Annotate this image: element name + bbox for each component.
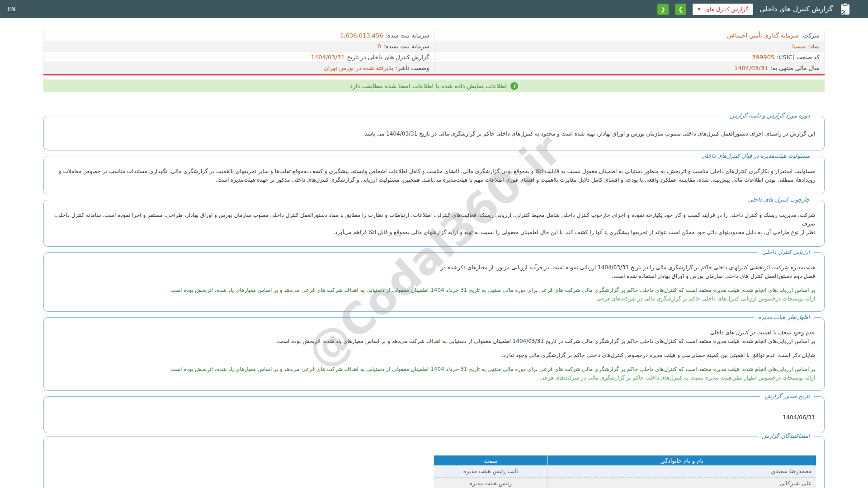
next-report-button[interactable]: ❯: [675, 4, 686, 15]
registered-capital-value: 1,636,013,456: [340, 32, 383, 39]
board-responsibility-line-2: رویدادها، منطقی بودن اطلاعات مالی پیش‌بی…: [53, 176, 815, 184]
section-control-evaluation-legend: ارزیابی کنترل داخلی: [758, 249, 814, 255]
section-issue-date: تاریخ صدور گزارش 1404/06/31: [43, 396, 825, 433]
unregistered-capital-value: 0: [377, 43, 381, 50]
signers-header-row: نام و نام خانوادگی سمت: [434, 455, 816, 465]
symbol-label: نماد:: [808, 43, 820, 50]
section-control-framework: چارچوب کنترل های داخلی شرکت، مدیریت ریسک…: [43, 200, 825, 247]
signer-1-role: نایب رئیس هیئت مدیره: [434, 465, 547, 477]
board-opinion-headline: عدم وجود ضعف با اهمیت در کنترل های داخلی: [53, 328, 815, 337]
report-type-dropdown-value: گزارش کنترل های: [705, 6, 748, 13]
page-content: شرکت: سرمایه گذاری تأمین اجتماعی نماد: ش…: [43, 30, 825, 488]
section-signers: امضاکنندگان گزارش نام و نام خانوادگی سمت…: [43, 436, 825, 488]
company-info-table: شرکت: سرمایه گذاری تأمین اجتماعی نماد: ش…: [43, 30, 825, 74]
section-board-opinion: اظهارنظر هیات مدیره عدم وجود ضعف با اهمی…: [43, 317, 825, 391]
chevron-down-icon: ▼: [698, 7, 701, 11]
issuer-status-label: وضعیت ناشر:: [396, 65, 429, 71]
section-board-opinion-legend: اظهارنظر هیات مدیره: [754, 314, 814, 320]
info-row-company: شرکت: سرمایه گذاری تأمین اجتماعی: [434, 30, 825, 41]
page-title: گزارش کنترل های داخلی: [760, 5, 833, 13]
signer-row-2: علی شیرکانی رئیس هیئت مدیره: [434, 477, 816, 488]
control-evaluation-line-2: فصل دوم دستورالعمل کنترل های داخلی سازما…: [53, 272, 815, 281]
control-evaluation-line-1: هیئت‌مدیره شرکت، اثربخشی کنترلهای داخلی …: [53, 263, 815, 272]
signer-row-1: محمدرضا سعیدي نایب رئیس هیئت مدیره: [434, 465, 816, 477]
red-divider: [43, 74, 825, 75]
board-opinion-line-2: بر اساس ارزیابی‌های انجام شده، هیئت مدیر…: [53, 337, 815, 346]
top-bar: گزارش کنترل های داخلی گزارش کنترل های ▼ …: [0, 0, 868, 18]
fiscal-year-label: سال مالی منتهی به:: [770, 65, 820, 71]
info-row-report-date: گزارش کنترل های داخلی در تاریخ 1404/03/3…: [44, 52, 434, 63]
language-toggle-en[interactable]: EN: [7, 5, 16, 13]
company-label: شرکت:: [801, 32, 820, 39]
info-row-unregistered-capital: سرمایه ثبت نشده: 0: [44, 41, 434, 52]
board-opinion-line-3: شایان ذکر است، عدم توافق با اهمیتی بین ک…: [53, 351, 815, 360]
info-row-symbol: نماد: شستا: [434, 41, 825, 52]
column-header-role: سمت: [434, 455, 547, 465]
info-icon: i: [510, 82, 518, 90]
subsidiary-evaluation-note: ارائه توضیحات درخصوص ارزیابی کنترل‌های د…: [53, 295, 815, 303]
section-control-evaluation: ارزیابی کنترل داخلی هیئت‌مدیره شرکت، اثر…: [43, 252, 825, 312]
section-report-scope: دوره مورد گزارش و دامنه گزارش این گزارش …: [43, 116, 825, 150]
symbol-value: شستا: [792, 43, 806, 50]
company-info-right-column: شرکت: سرمایه گذاری تأمین اجتماعی نماد: ش…: [434, 30, 825, 74]
isic-label: کد صنعت (ISIC):: [777, 54, 820, 61]
section-board-responsibility: مسئولیت هیئت‌مدیره در قبال کنترل‌های داخ…: [43, 156, 825, 194]
section-control-framework-legend: چارچوب کنترل های داخلی: [744, 196, 814, 203]
column-header-name: نام و نام خانوادگی: [547, 455, 816, 465]
unregistered-capital-label: سرمایه ثبت نشده:: [383, 43, 429, 50]
board-opinion-subsidiary-note: ارائه توضیحات درخصوص اظهار نظر هیئت مدیر…: [53, 374, 815, 382]
control-framework-line-1: شرکت، مدیریت ریسک و کنترل داخلی را در فر…: [53, 211, 815, 228]
registered-capital-label: سرمایه ثبت شده:: [385, 32, 429, 39]
report-date-label: گزارش کنترل های داخلی در تاریخ: [347, 54, 429, 61]
board-responsibility-line-1: مسئولیت استقرار و بکارگیری کنترل‌های داخ…: [53, 167, 815, 176]
report-scope-text: این گزارش در راستای اجرای دستورالعمل کنت…: [53, 130, 815, 138]
previous-report-button[interactable]: ❮: [657, 4, 669, 15]
issue-date-value: 1404/06/31: [53, 413, 815, 422]
signer-1-name: محمدرضا سعیدي: [547, 465, 816, 477]
info-row-registered-capital: سرمایه ثبت شده: 1,636,013,456: [44, 30, 434, 41]
info-row-isic: کد صنعت (ISIC): 399905: [434, 52, 825, 63]
info-row-issuer-status: وضعیت ناشر: پذیرفته شده در بورس تهران: [44, 63, 434, 74]
report-type-dropdown[interactable]: گزارش کنترل های ▼: [693, 4, 753, 15]
signer-2-role: رئیس هیئت مدیره: [434, 477, 547, 488]
signers-table: نام و نام خانوادگی سمت محمدرضا سعیدي نای…: [434, 455, 816, 488]
section-board-responsibility-legend: مسئولیت هیئت‌مدیره در قبال کنترل‌های داخ…: [697, 152, 814, 159]
report-icon: [839, 3, 851, 15]
section-report-scope-legend: دوره مورد گزارش و دامنه گزارش: [726, 112, 814, 119]
company-value: سرمایه گذاری تأمین اجتماعی: [727, 32, 799, 39]
signature-match-banner: i اطلاعات نمایش داده شده با اطلاعات امضا…: [43, 80, 825, 92]
board-opinion-subsidiary-statement: بر اساس ارزیابی‌های انجام شده، هیئت مدیر…: [53, 365, 815, 374]
isic-value: 399905: [752, 54, 775, 61]
info-row-fiscal-year: سال مالی منتهی به: 1404/03/31: [434, 63, 825, 74]
signature-match-text: اطلاعات نمایش داده شده با اطلاعات امضا ش…: [350, 82, 507, 89]
section-issue-date-legend: تاریخ صدور گزارش: [760, 393, 814, 399]
section-signers-legend: امضاکنندگان گزارش: [758, 432, 814, 439]
issuer-status-value: پذیرفته شده در بورس تهران: [324, 65, 393, 71]
fiscal-year-value: 1404/03/31: [734, 65, 768, 71]
signer-2-name: علی شیرکانی: [547, 477, 816, 488]
report-date-value: 1404/03/31: [311, 54, 345, 61]
subsidiary-evaluation-statement: بر اساس ارزیابی‌های انجام شده، هیئت مدیر…: [53, 286, 815, 295]
company-info-left-column: سرمایه ثبت شده: 1,636,013,456 سرمایه ثبت…: [44, 30, 434, 74]
control-framework-line-2: نظر از نوع طراحی آن، به دلیل محدودیتهای …: [53, 228, 815, 237]
